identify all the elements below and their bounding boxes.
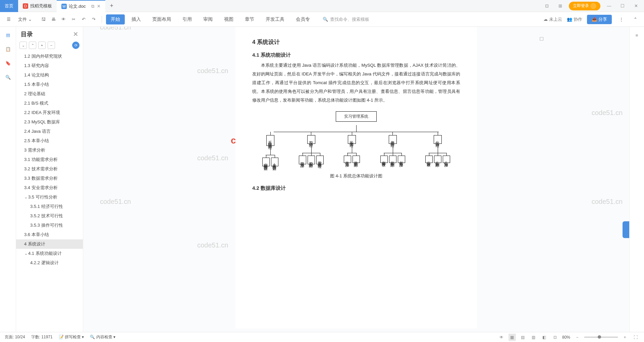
file-menu[interactable]: 文件 ⌄ [15, 16, 35, 22]
rtab-section[interactable]: 章节 [240, 14, 259, 24]
rtab-start[interactable]: 开始 [106, 14, 125, 24]
format-icon[interactable]: ≡ [633, 31, 641, 40]
rtab-member[interactable]: 会员专 [291, 14, 315, 24]
view-outline-icon[interactable]: ▤ [519, 334, 527, 341]
menu-icon[interactable]: ☰ [4, 15, 13, 24]
fullscreen-icon[interactable]: ⛶ [632, 334, 639, 341]
outline-item[interactable]: 2 理论基础 [16, 89, 83, 99]
tab-templates[interactable]: D找稻壳模板 [18, 0, 57, 12]
clipboard-icon[interactable]: 📋 [4, 45, 12, 53]
outline-item[interactable]: 2.5 本章小结 [16, 136, 83, 146]
watermark: code51.cn [197, 154, 228, 162]
ribbon-tabs: 开始 插入 页面布局 引用 审阅 视图 章节 开发工具 会员专 [106, 14, 315, 24]
outline-item[interactable]: 3.5.3 操作可行性 [16, 221, 83, 230]
view-read-icon[interactable]: ◧ [541, 334, 548, 341]
tab-close-icon[interactable]: ✕ [97, 4, 101, 9]
outline-list[interactable]: 1.2 国内外研究现状1.3 研究内容1.4 论文结构1.5 本章小结2 理论基… [16, 52, 83, 332]
rtab-reference[interactable]: 引用 [178, 14, 197, 24]
content-check-toggle[interactable]: 🔍 内容检查 ▾ [90, 334, 115, 340]
cloud-button[interactable]: ☁ 未上云 [543, 16, 562, 22]
outline-item[interactable]: 3.3 数据需求分析 [16, 174, 83, 183]
ribbon: ☰ 文件 ⌄ 🖫 🖶 👁 ✂ ↶ ↷ 开始 插入 页面布局 引用 审阅 视图 章… [0, 12, 644, 27]
close-button[interactable]: ✕ [631, 1, 641, 11]
search-rail-icon[interactable]: 🔍 [4, 73, 12, 81]
outline-item[interactable]: 3 需求分析 [16, 146, 83, 155]
save-icon[interactable]: 🖫 [39, 15, 47, 23]
close-icon[interactable]: ✕ [73, 31, 78, 38]
zoom-out-icon[interactable]: − [574, 334, 581, 341]
rtab-dev[interactable]: 开发工具 [261, 14, 289, 24]
outline-item[interactable]: 4.2.2 逻辑设计 [16, 258, 83, 268]
more-icon[interactable]: ⋮ [616, 15, 626, 24]
add-icon[interactable]: + [38, 42, 46, 49]
outline-item[interactable]: 2.3 MySQL 数据库 [16, 117, 83, 127]
outline-icon[interactable]: ▤ [4, 31, 12, 39]
tree-leaf: 学生删除 [353, 156, 360, 163]
outline-item[interactable]: 1.2 国内外研究现状 [16, 52, 83, 61]
cut-icon[interactable]: ✂ [69, 15, 77, 23]
page-indicator[interactable]: 页面: 10/24 [5, 334, 25, 340]
new-tab-button[interactable]: + [110, 2, 114, 9]
minimize-button[interactable]: — [604, 1, 614, 11]
outline-item[interactable]: 3.5.1 经济可行性 [16, 202, 83, 211]
paragraph: 本系统主要通过使用 Java 语言编码设计系统功能，MySQL 数据库管理数据，… [252, 61, 460, 105]
redo-icon[interactable]: ↷ [90, 15, 98, 23]
heading-1: 4 系统设计 [252, 38, 460, 46]
tab-label: 找稻壳模板 [30, 3, 52, 9]
outline-item[interactable]: 1.5 本章小结 [16, 80, 83, 89]
search-placeholder: 查找命令、搜索模板 [330, 16, 369, 22]
feedback-tab[interactable] [623, 221, 629, 238]
zoom-slider[interactable] [584, 337, 618, 338]
preview-icon[interactable]: 👁 [59, 15, 67, 23]
login-button[interactable]: 立即登录 [569, 2, 600, 10]
search-input[interactable]: 🔍 查找命令、搜索模板 [323, 16, 369, 22]
outline-item[interactable]: 2.4 Java 语言 [16, 127, 83, 136]
outline-item[interactable]: 3.6 本章小结 [16, 230, 83, 239]
outline-item[interactable]: 1.3 研究内容 [16, 61, 83, 70]
outline-item[interactable]: ⌄4.1 系统功能设计 [16, 249, 83, 258]
eye-icon[interactable]: 👁 [498, 334, 505, 341]
rtab-view[interactable]: 视图 [219, 14, 238, 24]
rtab-review[interactable]: 审阅 [199, 14, 217, 24]
zoom-level[interactable]: 80% [562, 335, 570, 340]
zoom-fit-icon[interactable]: ⊡ [551, 334, 559, 341]
outline-item[interactable]: 1.4 论文结构 [16, 70, 83, 80]
print-icon[interactable]: 🖶 [49, 15, 57, 23]
word-count[interactable]: 字数: 11971 [31, 334, 53, 340]
tab-document[interactable]: W论文.doc⧉✕ [57, 0, 105, 12]
outline-item[interactable]: 2.1 B/S 模式 [16, 99, 83, 108]
login-label: 立即登录 [573, 3, 589, 9]
outline-item[interactable]: ⌄3.5 可行性分析 [16, 192, 83, 202]
tree-leaf: 实习添加 [299, 156, 306, 164]
bookmark-icon[interactable]: 🔖 [4, 59, 12, 67]
tree-leaf: 学生添加 [344, 156, 351, 163]
outline-item[interactable]: 3.5.2 技术可行性 [16, 211, 83, 221]
sync-icon[interactable]: ⟳ [72, 42, 79, 49]
document-canvas[interactable]: 📄 🔗 ◻ code51.cn code51.cn code51.cn code… [83, 27, 629, 332]
expand-all-icon[interactable]: ⌃ [29, 42, 36, 49]
collab-button[interactable]: 👥 协作 [567, 16, 582, 22]
outline-item[interactable]: 2.2 IDEA 开发环境 [16, 108, 83, 117]
rtab-layout[interactable]: 页面布局 [148, 14, 176, 24]
apps-icon[interactable]: ⊞ [555, 1, 565, 11]
undo-icon[interactable]: ↶ [79, 15, 88, 23]
spellcheck-toggle[interactable]: 📝 拼写检查 ▾ [59, 334, 84, 340]
share-button[interactable]: 📤 分享 [587, 15, 612, 24]
outline-item[interactable]: 3.1 功能需求分析 [16, 155, 83, 164]
outline-item[interactable]: 3.4 安全需求分析 [16, 183, 83, 192]
zoom-in-icon[interactable]: + [621, 334, 629, 341]
outline-item[interactable]: 3.2 技术需求分析 [16, 164, 83, 174]
tab-home[interactable]: 首页 [0, 0, 18, 12]
rtab-insert[interactable]: 插入 [127, 14, 146, 24]
layout-icon[interactable]: ⊡ [542, 1, 551, 11]
watermark: code51.cn [197, 241, 228, 249]
collapse-icon[interactable]: ⌃ [631, 15, 640, 24]
view-page-icon[interactable]: ▦ [508, 334, 516, 341]
outline-item[interactable]: 4 系统设计 [16, 239, 83, 249]
collapse-all-icon[interactable]: ⌄ [19, 42, 27, 49]
page-mark-icon[interactable]: ◻ [539, 35, 544, 42]
view-web-icon[interactable]: ▥ [530, 334, 537, 341]
remove-icon[interactable]: − [48, 42, 55, 49]
tab-window-icon[interactable]: ⧉ [91, 4, 94, 9]
maximize-button[interactable]: ☐ [618, 1, 627, 11]
